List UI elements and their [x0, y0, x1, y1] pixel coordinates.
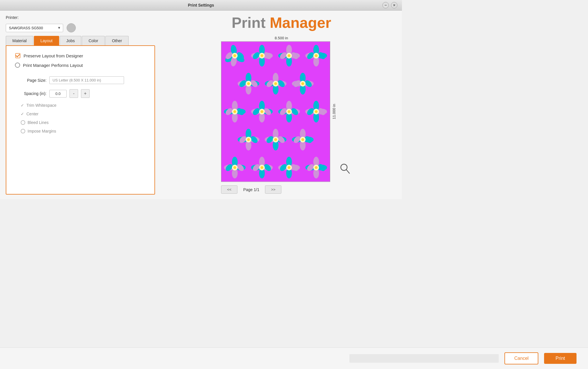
window-title: Print Settings: [188, 3, 214, 7]
left-panel: Printer: SAWGRASS SG500 ▼ Material Layou…: [6, 15, 155, 195]
printer-label: Printer:: [6, 15, 19, 20]
page-navigation: << Page 1/1 >>: [221, 185, 342, 194]
radio-preserve-layout[interactable]: Preserve Layout from Designer: [15, 53, 146, 59]
svg-point-81: [233, 110, 236, 113]
printer-row: Printer:: [6, 15, 155, 20]
print-manager-title: Print Manager: [232, 15, 331, 30]
svg-point-71: [301, 82, 304, 85]
printer-select-row: SAWGRASS SG500 ▼: [6, 23, 155, 32]
svg-point-51: [247, 82, 250, 85]
prev-page-button[interactable]: <<: [221, 185, 237, 194]
main-content: Printer: SAWGRASS SG500 ▼ Material Layou…: [0, 11, 402, 199]
tab-color[interactable]: Color: [82, 36, 105, 45]
title-bar: Print Settings − ×: [0, 0, 402, 11]
printer-dropdown-wrapper: SAWGRASS SG500 ▼: [6, 24, 63, 32]
svg-line-183: [346, 170, 349, 173]
printer-select[interactable]: SAWGRASS SG500: [6, 24, 63, 32]
minimize-button[interactable]: −: [382, 2, 389, 8]
radio-perform-layout[interactable]: Print Manager Performs Layout: [15, 63, 146, 68]
checkbox-margins-label: Impose Margins: [28, 129, 56, 133]
checkbox-unchecked-margins-icon: [21, 129, 25, 133]
checkbox-center[interactable]: ✓ Center: [21, 112, 146, 116]
svg-point-121: [247, 138, 250, 141]
tab-material[interactable]: Material: [6, 36, 33, 45]
checkmark-trim-icon: ✓: [21, 103, 24, 108]
spacing-plus-button[interactable]: +: [81, 89, 90, 98]
tab-jobs[interactable]: Jobs: [60, 36, 82, 45]
svg-point-101: [288, 110, 291, 113]
svg-point-181: [315, 166, 318, 169]
radio-unchecked-icon: [15, 63, 20, 68]
checkbox-unchecked-bleed-icon: [21, 120, 25, 125]
tab-content-layout: Preserve Layout from Designer Print Mana…: [6, 45, 155, 195]
layout-radio-group: Preserve Layout from Designer Print Mana…: [15, 53, 146, 68]
zoom-button[interactable]: [340, 163, 351, 176]
preview-wrapper: 11.000 in: [221, 41, 342, 182]
svg-point-61: [274, 82, 277, 85]
checkbox-bleed-label: Bleed Lines: [28, 120, 49, 125]
radio-perform-label: Print Manager Performs Layout: [23, 63, 83, 68]
radio-checked-icon: [15, 53, 21, 59]
svg-point-171: [288, 166, 291, 169]
checkbox-bleed-lines[interactable]: Bleed Lines: [21, 120, 146, 125]
preview-frame: [221, 41, 330, 182]
manager-word: Manager: [270, 14, 331, 31]
print-word: Print: [232, 14, 266, 31]
printer-status-indicator: [67, 23, 76, 32]
svg-point-141: [301, 138, 304, 141]
radio-preserve-label: Preserve Layout from Designer: [24, 53, 83, 58]
svg-point-41: [315, 54, 318, 57]
page-size-input[interactable]: [49, 76, 124, 84]
svg-point-31: [288, 54, 291, 57]
preview-area: 8.500 in: [221, 36, 342, 194]
tab-layout[interactable]: Layout: [34, 36, 59, 45]
tab-other[interactable]: Other: [105, 36, 129, 45]
svg-point-131: [274, 138, 277, 141]
close-button[interactable]: ×: [391, 2, 397, 8]
right-panel: Print Manager 8.500 in: [167, 15, 396, 195]
checkbox-impose-margins[interactable]: Impose Margins: [21, 129, 146, 133]
page-size-row: Page Size:: [18, 76, 146, 84]
page-size-label: Page Size:: [18, 78, 47, 83]
checkbox-trim-whitespace[interactable]: ✓ Trim Whitespace: [21, 103, 146, 108]
svg-point-151: [233, 166, 236, 169]
checkboxes-group: ✓ Trim Whitespace ✓ Center Bleed Lines I…: [21, 103, 146, 133]
svg-point-91: [260, 110, 263, 113]
preview-image: [221, 42, 330, 182]
spacing-row: Spacing (in): - +: [18, 89, 146, 98]
svg-point-21: [260, 54, 263, 57]
dimension-width-label: 8.500 in: [221, 36, 342, 40]
svg-point-111: [315, 110, 318, 113]
dimension-height-wrapper: 11.000 in: [330, 41, 336, 182]
spacing-minus-button[interactable]: -: [69, 89, 78, 98]
svg-point-161: [260, 166, 263, 169]
checkmark-center-icon: ✓: [21, 112, 24, 116]
checkbox-trim-label: Trim Whitespace: [26, 103, 57, 108]
tabs-bar: Material Layout Jobs Color Other: [6, 36, 155, 45]
dimension-height-label: 11.000 in: [332, 104, 336, 119]
window-controls: − ×: [382, 2, 397, 8]
page-indicator: Page 1/1: [243, 187, 259, 192]
spacing-label: Spacing (in):: [18, 91, 47, 96]
svg-point-11: [233, 54, 236, 57]
next-page-button[interactable]: >>: [265, 185, 281, 194]
checkbox-center-label: Center: [26, 112, 38, 116]
spacing-input[interactable]: [49, 90, 67, 98]
